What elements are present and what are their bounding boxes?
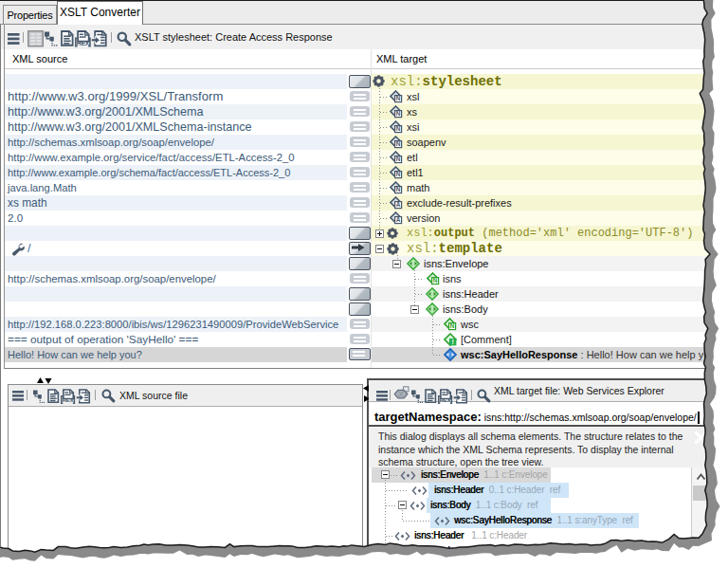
svg-text:N: N	[396, 110, 401, 117]
svg-text:A: A	[396, 216, 401, 223]
svg-text:N: N	[396, 95, 401, 101]
svg-text:N: N	[396, 140, 401, 147]
svg-text:N: N	[450, 322, 455, 329]
svg-text:A: A	[396, 201, 401, 208]
svg-text:HEX: HEX	[63, 397, 74, 403]
svg-text:!: !	[452, 339, 454, 345]
svg-text:N: N	[396, 125, 401, 132]
svg-text:N: N	[396, 171, 401, 177]
svg-text:N: N	[396, 186, 401, 192]
svg-text:HEX: HEX	[440, 397, 451, 403]
svg-text:HEX: HEX	[77, 40, 90, 46]
svg-text:N: N	[396, 156, 401, 162]
svg-text:N: N	[433, 277, 438, 284]
